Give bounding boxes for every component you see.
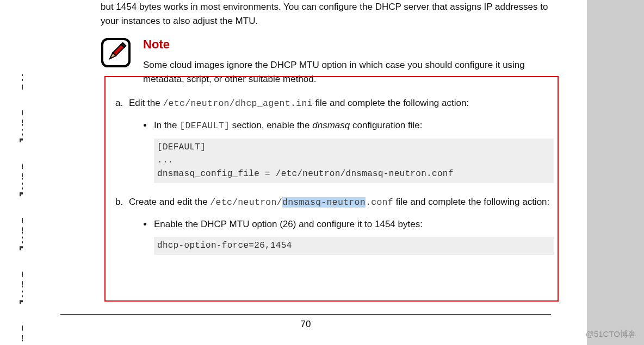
- watermark-text: no - Juno - Juno - Juno - Juno - ou: [16, 72, 23, 342]
- footer-rule: [60, 314, 551, 315]
- page-area: but 1454 bytes works in most environment…: [24, 0, 587, 345]
- step-a-b-code: [DEFAULT]: [179, 121, 230, 131]
- step-b-pre: Create and edit the: [129, 197, 210, 207]
- step-a-b-mid: section, enable the: [230, 120, 312, 130]
- note-heading: Note: [143, 35, 554, 54]
- step-a-b-pre: In the: [154, 120, 179, 130]
- step-a-b-post: configuration file:: [350, 120, 422, 130]
- page-footer: 70: [24, 314, 587, 330]
- step-a-pre: Edit the: [129, 98, 163, 108]
- step-b-bullet-text: Enable the DHCP MTU option (26) and conf…: [154, 219, 423, 229]
- code-block-a: [DEFAULT] ... dnsmasq_config_file = /etc…: [154, 139, 554, 183]
- step-b-path-highlight: dnsmasq-neutron: [282, 197, 366, 208]
- note-text: Note Some cloud images ignore the DHCP M…: [143, 35, 554, 87]
- step-b-bullets: Enable the DHCP MTU option (26) and conf…: [129, 217, 554, 255]
- step-a: Edit the /etc/neutron/dhcp_agent.ini fil…: [126, 96, 554, 183]
- note-block: Note Some cloud images ignore the DHCP M…: [101, 35, 554, 87]
- step-b-path: /etc/neutron/dnsmasq-neutron.conf: [210, 197, 393, 208]
- steps-list: Edit the /etc/neutron/dhcp_agent.ini fil…: [101, 96, 554, 254]
- step-a-bullets: In the [DEFAULT] section, enable the dns…: [129, 118, 554, 183]
- step-a-path: /etc/neutron/dhcp_agent.ini: [163, 98, 312, 109]
- note-body: Some cloud images ignore the DHCP MTU op…: [143, 58, 554, 87]
- bottom-watermark: @51CTO博客: [586, 329, 636, 340]
- step-b-bullet: Enable the DHCP MTU option (26) and conf…: [153, 217, 554, 255]
- step-a-b-em: dnsmasq: [312, 120, 350, 130]
- page-number: 70: [301, 319, 311, 329]
- step-b-post: file and complete the following action:: [393, 197, 549, 207]
- step-a-post: file and complete the following action:: [313, 98, 469, 108]
- intro-paragraph: but 1454 bytes works in most environment…: [101, 0, 554, 29]
- step-a-bullet: In the [DEFAULT] section, enable the dns…: [153, 118, 554, 183]
- step-b-path-before: /etc/neutron/: [210, 197, 282, 208]
- note-icon: [101, 37, 131, 68]
- code-block-b: dhcp-option-force=26,1454: [154, 237, 554, 255]
- step-a-text: Edit the /etc/neutron/dhcp_agent.ini fil…: [129, 98, 469, 108]
- step-b: Create and edit the /etc/neutron/dnsmasq…: [126, 195, 554, 255]
- right-grey-panel: [587, 0, 644, 345]
- watermark-strip: no - Juno - Juno - Juno - Juno - ou: [0, 0, 23, 345]
- step-b-text: Create and edit the /etc/neutron/dnsmasq…: [129, 197, 549, 207]
- step-b-path-after: .conf: [366, 197, 393, 208]
